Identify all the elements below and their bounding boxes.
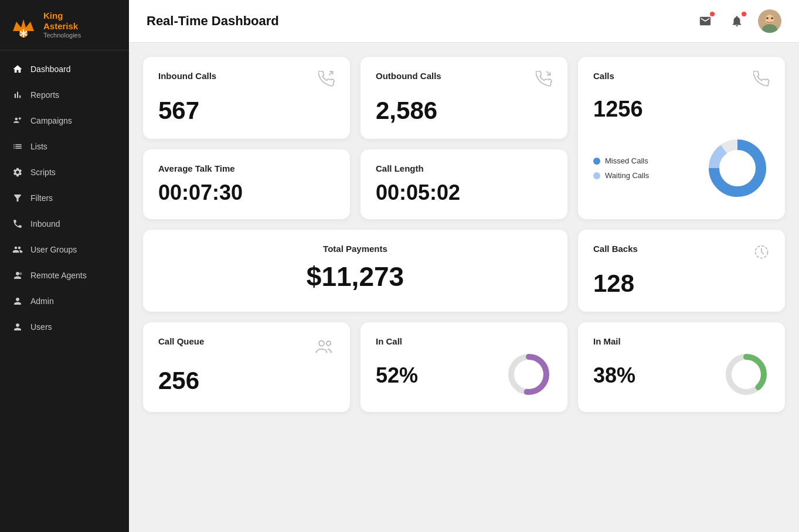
calls-donut-card: Calls 1256 Missed Calls [578,57,785,219]
logo-tech: Technologies [43,32,81,39]
bell-badge [742,12,746,16]
mail-badge [710,12,715,16]
waiting-calls-legend: Waiting Calls [593,171,649,180]
campaigns-icon [12,115,23,127]
call-length-label: Call Length [376,163,424,173]
sidebar-label-user-groups: User Groups [30,245,77,254]
call-backs-label: Call Backs [593,244,638,254]
svg-point-19 [327,341,331,346]
in-mail-progress-ring [723,351,770,398]
total-payments-card: Total Payments $11,273 [143,230,567,312]
logo-asterisk: Asterisk [43,21,81,32]
sidebar-label-admin: Admin [30,296,54,306]
outbound-calls-icon [536,71,552,90]
call-backs-icon [753,244,770,262]
header-actions [695,9,781,33]
user-groups-icon [12,244,23,255]
main-content: Real-Time Dashboard [129,0,799,532]
header: Real-Time Dashboard [129,0,799,43]
call-queue-icon [314,336,335,360]
sidebar-label-inbound: Inbound [30,219,60,229]
calls-label: Calls [593,71,614,81]
logo-king: King [43,11,81,21]
admin-icon [12,295,23,307]
remote-agents-icon [12,270,23,281]
avg-talk-time-card: Average Talk Time 00:07:30 [143,149,350,219]
svg-point-6 [19,272,22,275]
waiting-calls-dot [593,172,600,179]
mail-button[interactable] [695,11,716,32]
missed-calls-dot [593,158,600,165]
sidebar-item-reports[interactable]: Reports [0,82,129,108]
avg-talk-time-value: 00:07:30 [158,180,335,205]
svg-point-18 [319,341,324,346]
users-icon [12,321,23,333]
in-mail-card: In Mail 38% [578,322,785,412]
in-call-label: In Call [376,336,402,346]
dashboard-content: Inbound Calls 567 Outbound Calls [129,43,799,532]
missed-calls-legend-label: Missed Calls [605,156,648,165]
sidebar-item-admin[interactable]: Admin [0,288,129,314]
inbound-calls-icon [318,71,335,90]
svg-point-10 [766,18,769,19]
call-backs-card: Call Backs 128 [578,230,785,312]
logo: King Asterisk Technologies [0,0,129,50]
svg-point-5 [15,118,18,121]
call-queue-value: 256 [158,367,335,395]
sidebar-item-remote-agents[interactable]: Remote Agents [0,262,129,288]
scripts-icon [12,166,23,178]
calls-value: 1256 [593,97,770,122]
list-icon [12,141,23,152]
total-payments-label: Total Payments [323,244,387,254]
call-queue-card: Call Queue 256 [143,322,350,412]
sidebar-item-filters[interactable]: Filters [0,185,129,211]
sidebar-label-lists: Lists [30,142,47,151]
filter-icon [12,192,23,204]
total-payments-value: $11,273 [307,261,404,292]
sidebar-item-user-groups[interactable]: User Groups [0,237,129,262]
sidebar-label-reports: Reports [30,90,59,100]
sidebar: King Asterisk Technologies Dashboard Rep… [0,0,129,532]
sidebar-label-campaigns: Campaigns [30,116,72,125]
sidebar-item-inbound[interactable]: Inbound [0,211,129,237]
bell-button[interactable] [726,11,747,32]
sidebar-item-campaigns[interactable]: Campaigns [0,108,129,134]
donut-chart [705,136,770,200]
missed-calls-legend: Missed Calls [593,156,649,165]
sidebar-label-remote-agents: Remote Agents [30,271,87,280]
bar-chart-icon [12,89,23,101]
in-mail-label: In Mail [593,336,621,346]
sidebar-item-scripts[interactable]: Scripts [0,159,129,185]
outbound-calls-label: Outbound Calls [376,71,441,81]
in-call-card: In Call 52% [361,322,567,412]
calls-icon [753,71,770,90]
call-length-value: 00:05:02 [376,180,552,205]
user-avatar[interactable] [758,9,781,33]
in-call-progress-ring [505,351,552,398]
cards-grid: Inbound Calls 567 Outbound Calls [143,57,785,412]
sidebar-item-lists[interactable]: Lists [0,134,129,159]
sidebar-label-dashboard: Dashboard [30,64,71,74]
svg-point-11 [771,18,773,19]
sidebar-label-filters: Filters [30,193,53,203]
waiting-calls-legend-label: Waiting Calls [605,171,649,180]
outbound-calls-card: Outbound Calls 2,586 [361,57,567,139]
inbound-calls-card: Inbound Calls 567 [143,57,350,139]
sidebar-label-scripts: Scripts [30,168,56,177]
call-queue-label: Call Queue [158,336,204,346]
inbound-calls-label: Inbound Calls [158,71,216,81]
sidebar-item-dashboard[interactable]: Dashboard [0,56,129,82]
outbound-calls-value: 2,586 [376,97,552,125]
page-title: Real-Time Dashboard [147,13,279,29]
in-call-value: 52% [376,363,418,388]
in-mail-value: 38% [593,363,635,388]
inbound-calls-value: 567 [158,97,335,125]
inbound-icon [12,218,23,230]
call-length-card: Call Length 00:05:02 [361,149,567,219]
avg-talk-time-label: Average Talk Time [158,163,235,173]
sidebar-label-users: Users [30,322,52,332]
home-icon [12,63,23,75]
call-backs-value: 128 [593,270,770,298]
sidebar-item-users[interactable]: Users [0,314,129,340]
